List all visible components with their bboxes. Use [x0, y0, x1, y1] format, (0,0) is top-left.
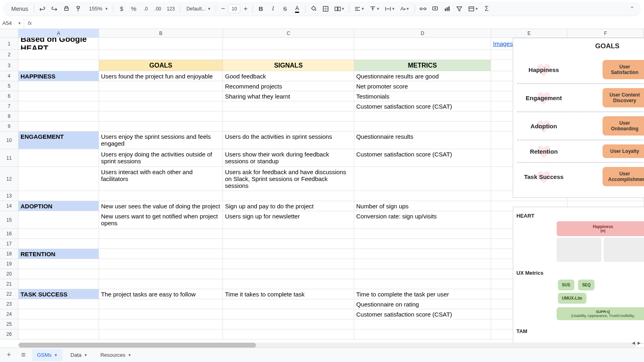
italic-button[interactable]: I [267, 3, 279, 14]
collapse-toolbar-button[interactable]: ⌃ [626, 3, 638, 14]
paint-format-button[interactable] [73, 3, 84, 14]
row-header[interactable]: 25 [0, 319, 19, 329]
cell[interactable] [354, 229, 491, 239]
strikethrough-button[interactable]: S [279, 3, 291, 14]
cell[interactable]: Conversion rate: sign up/visits [354, 211, 491, 229]
cell[interactable] [19, 259, 99, 269]
col-header-e[interactable]: E [491, 29, 568, 37]
chart-button[interactable] [442, 3, 453, 14]
row-header[interactable]: 14 [0, 201, 19, 211]
cell[interactable] [19, 329, 99, 339]
cell-goals-header[interactable]: GOALS [99, 60, 223, 71]
row-header[interactable]: 23 [0, 299, 19, 309]
row-header[interactable]: 2 [0, 50, 19, 60]
cell[interactable] [19, 211, 99, 229]
cell[interactable] [99, 101, 223, 111]
percent-button[interactable]: % [128, 3, 139, 14]
cell[interactable] [354, 269, 491, 279]
cell[interactable] [19, 81, 99, 91]
cell[interactable] [99, 279, 223, 289]
cell[interactable] [99, 111, 223, 121]
cell-engagement[interactable]: ENGAGEMENT [19, 132, 99, 149]
cell[interactable] [99, 50, 223, 60]
comment-button[interactable] [429, 3, 441, 14]
cell[interactable]: Sharing what they learnt [223, 91, 354, 101]
cell[interactable] [19, 279, 99, 289]
cell[interactable] [223, 191, 354, 201]
cell[interactable] [354, 191, 491, 201]
more-formats-button[interactable]: 123 [164, 3, 177, 14]
filter-button[interactable] [454, 3, 465, 14]
cell[interactable] [354, 329, 491, 339]
cell[interactable] [99, 329, 223, 339]
cell[interactable] [19, 269, 99, 279]
cell-metrics-header[interactable]: METRICS [354, 60, 491, 71]
cell[interactable]: Users interact with each other and facil… [99, 167, 223, 191]
menus-button[interactable]: Menus [6, 3, 31, 14]
cell[interactable] [354, 50, 491, 60]
cell[interactable] [19, 50, 99, 60]
cell[interactable]: New user sees the value of doing the pro… [99, 201, 223, 211]
cell[interactable]: Customer satisfaction score (CSAT) [354, 149, 491, 167]
scrollbar-thumb[interactable] [19, 343, 256, 348]
cell-happiness[interactable]: HAPPINESS [19, 71, 99, 81]
row-header[interactable]: 15 [0, 211, 19, 229]
cell[interactable] [99, 269, 223, 279]
cell[interactable] [354, 319, 491, 329]
row-header[interactable]: 7 [0, 101, 19, 111]
cell[interactable] [354, 111, 491, 121]
row-header[interactable]: 18 [0, 249, 19, 259]
row-header[interactable]: 13 [0, 191, 19, 201]
horizontal-scrollbar[interactable] [19, 343, 637, 348]
cell[interactable] [223, 101, 354, 111]
cell-adoption[interactable]: ADOPTION [19, 201, 99, 211]
name-box[interactable]: A54▼ [0, 18, 24, 29]
cell[interactable]: Net promoter score [354, 81, 491, 91]
cell[interactable] [223, 50, 354, 60]
cell[interactable]: Sign up and pay to do the project [223, 201, 354, 211]
increase-decimal-button[interactable]: .00 [152, 3, 163, 14]
row-header[interactable]: 26 [0, 329, 19, 339]
merge-button[interactable]: ▼ [332, 3, 347, 14]
cell[interactable] [223, 329, 354, 339]
col-header-b[interactable]: B [99, 29, 223, 37]
cell[interactable]: Number of sign ups [354, 201, 491, 211]
col-header-d[interactable]: D [354, 29, 491, 37]
cell[interactable]: Testimonials [354, 91, 491, 101]
cell[interactable] [19, 121, 99, 132]
embedded-image-uxmetrics[interactable]: HEART Happiness(H) UX Metrics SUS SEQ UM… [513, 207, 644, 343]
cell[interactable] [99, 309, 223, 319]
borders-button[interactable] [320, 3, 331, 14]
redo-button[interactable] [49, 3, 60, 14]
cell[interactable] [99, 249, 223, 259]
row-header[interactable]: 24 [0, 309, 19, 319]
row-header[interactable]: 3 [0, 60, 19, 71]
col-header-a[interactable]: A [19, 29, 99, 37]
cell-retention[interactable]: RETENTION [19, 249, 99, 259]
cell[interactable]: Questionnaire on rating [354, 299, 491, 309]
cell[interactable] [223, 319, 354, 329]
cell[interactable] [223, 239, 354, 249]
cell[interactable]: New users want to get notified when proj… [99, 211, 223, 229]
row-header[interactable]: 10 [0, 132, 19, 149]
cell[interactable] [19, 101, 99, 111]
cell[interactable]: Users sign up for newsletter [223, 211, 354, 229]
cell[interactable] [354, 239, 491, 249]
cell-signals-header[interactable]: SIGNALS [223, 60, 354, 71]
cell[interactable] [99, 91, 223, 101]
cell[interactable]: Users enjoy doing the activities outside… [99, 149, 223, 167]
sheet-tab-data[interactable]: Data▼ [66, 349, 92, 361]
cell[interactable] [99, 239, 223, 249]
cell[interactable]: Users show their work during feedback se… [223, 149, 354, 167]
filter-views-button[interactable]: ▼ [466, 3, 480, 14]
row-header[interactable]: 12 [0, 167, 19, 191]
font-select[interactable]: Default...▼ [182, 4, 213, 14]
cell[interactable]: Users ask for feedback and have discussi… [223, 167, 354, 191]
nav-right[interactable]: ▶ [637, 340, 642, 346]
cell-task-success[interactable]: TASK SUCCESS [19, 289, 99, 299]
cell[interactable] [354, 249, 491, 259]
cell[interactable] [223, 38, 354, 50]
cell[interactable]: Customer satisfaction score (CSAT) [354, 309, 491, 319]
cell[interactable] [19, 167, 99, 191]
decrease-font-button[interactable]: − [219, 3, 227, 14]
